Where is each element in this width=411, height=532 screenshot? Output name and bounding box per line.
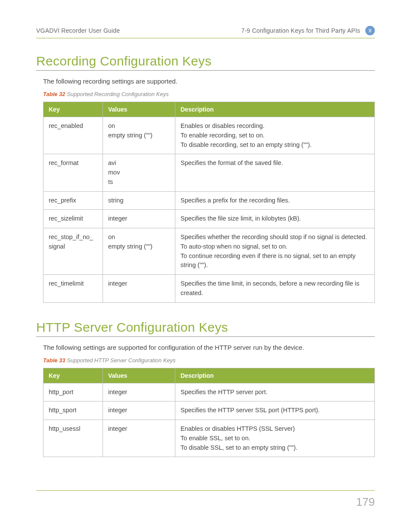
value-line: empty string ("") bbox=[108, 242, 170, 252]
value-line: on bbox=[108, 121, 170, 131]
page-header: VGADVI Recorder User Guide 7-9 Configura… bbox=[36, 26, 375, 38]
desc-line: Specifies whether the recording should s… bbox=[181, 233, 369, 242]
footer-divider bbox=[36, 490, 375, 491]
desc-line: Specifies the format of the saved file. bbox=[181, 159, 369, 168]
table-row: rec_enabledonempty string ("")Enables or… bbox=[44, 117, 375, 154]
section-title-recording: Recording Configuration Keys bbox=[36, 54, 375, 71]
value-line: integer bbox=[108, 388, 170, 397]
table-row: http_portintegerSpecifies the HTTP serve… bbox=[44, 383, 375, 401]
cell-key: rec_sizelimit bbox=[44, 210, 103, 228]
table-row: rec_stop_if_no_signalonempty string ("")… bbox=[44, 228, 375, 275]
table33-label: Table 33 bbox=[43, 357, 65, 364]
desc-line: Specifies a prefix for the recording fil… bbox=[181, 196, 369, 205]
desc-line: Enables or disables recording. bbox=[181, 121, 369, 131]
desc-line: To disable recording, set to an empty st… bbox=[181, 140, 369, 150]
table-row: rec_timelimitintegerSpecifies the time l… bbox=[44, 275, 375, 303]
table33-desc: Supported HTTP Server Configuration Keys bbox=[67, 357, 175, 364]
desc-line: To continue recording even if there is n… bbox=[181, 252, 369, 271]
table32-header-row: Key Values Description bbox=[44, 102, 375, 117]
cell-values: integer bbox=[103, 275, 175, 303]
col-desc: Description bbox=[175, 102, 375, 117]
value-line: empty string ("") bbox=[108, 131, 170, 140]
cell-desc: Enables or disables HTTPS (SSL Server)To… bbox=[175, 420, 375, 457]
value-line: mov bbox=[108, 168, 170, 177]
table-row: rec_sizelimitintegerSpecifies the file s… bbox=[44, 210, 375, 228]
cell-values: onempty string ("") bbox=[103, 117, 175, 154]
value-line: on bbox=[108, 233, 170, 242]
cell-values: integer bbox=[103, 383, 175, 401]
value-line: integer bbox=[108, 424, 170, 434]
cell-values: integer bbox=[103, 401, 175, 420]
cell-desc: Specifies whether the recording should s… bbox=[175, 228, 375, 275]
section1-intro: The following recording settings are sup… bbox=[43, 78, 375, 85]
brand-badge-icon bbox=[365, 26, 375, 35]
cell-values: onempty string ("") bbox=[103, 228, 175, 275]
section-title-http: HTTP Server Configuration Keys bbox=[36, 320, 375, 337]
desc-line: To enable SSL, set to on. bbox=[181, 434, 369, 443]
cell-key: http_port bbox=[44, 383, 103, 401]
desc-line: To disable SSL, set to an empty string (… bbox=[181, 443, 369, 453]
cell-key: rec_prefix bbox=[44, 191, 103, 210]
col-desc: Description bbox=[175, 368, 375, 383]
desc-line: To auto-stop when no signal, set to on. bbox=[181, 242, 369, 252]
cell-values: avimovts bbox=[103, 154, 175, 191]
value-line: avi bbox=[108, 159, 170, 168]
value-line: ts bbox=[108, 177, 170, 187]
cell-key: rec_format bbox=[44, 154, 103, 191]
table33-caption: Table 33 Supported HTTP Server Configura… bbox=[43, 357, 375, 364]
table-row: http_usesslintegerEnables or disables HT… bbox=[44, 420, 375, 457]
col-values: Values bbox=[103, 102, 175, 117]
value-line: integer bbox=[108, 279, 170, 289]
desc-line: To enable recording, set to on. bbox=[181, 131, 369, 140]
table32-desc: Supported Recording Configuration Keys bbox=[67, 91, 168, 97]
desc-line: Specifies the HTTP server SSL port (HTTP… bbox=[181, 406, 369, 415]
cell-key: rec_stop_if_no_signal bbox=[44, 228, 103, 275]
table32-label: Table 32 bbox=[43, 91, 65, 97]
cell-values: integer bbox=[103, 420, 175, 457]
cell-key: http_usessl bbox=[44, 420, 103, 457]
desc-line: Specifies the file size limit, in kiloby… bbox=[181, 214, 369, 224]
header-right: 7-9 Configuration Keys for Third Party A… bbox=[241, 27, 360, 34]
cell-key: rec_enabled bbox=[44, 117, 103, 154]
table33-header-row: Key Values Description bbox=[44, 368, 375, 383]
header-left: VGADVI Recorder User Guide bbox=[36, 27, 120, 34]
desc-line: Specifies the HTTP server port. bbox=[181, 388, 369, 397]
table-row: rec_prefixstringSpecifies a prefix for t… bbox=[44, 191, 375, 210]
cell-desc: Specifies the format of the saved file. bbox=[175, 154, 375, 191]
value-line: integer bbox=[108, 214, 170, 224]
desc-line: Enables or disables HTTPS (SSL Server) bbox=[181, 424, 369, 434]
cell-desc: Enables or disables recording.To enable … bbox=[175, 117, 375, 154]
table32: Key Values Description rec_enabledonempt… bbox=[43, 102, 375, 303]
cell-key: http_sport bbox=[44, 401, 103, 420]
value-line: integer bbox=[108, 406, 170, 415]
desc-line: Specifies the time limit, in seconds, be… bbox=[181, 279, 369, 298]
table-row: rec_formatavimovtsSpecifies the format o… bbox=[44, 154, 375, 191]
section2-intro: The following settings are supported for… bbox=[43, 344, 375, 351]
table32-caption: Table 32 Supported Recording Configurati… bbox=[43, 91, 375, 97]
cell-desc: Specifies a prefix for the recording fil… bbox=[175, 191, 375, 210]
cell-desc: Specifies the file size limit, in kiloby… bbox=[175, 210, 375, 228]
col-key: Key bbox=[44, 368, 103, 383]
cell-values: integer bbox=[103, 210, 175, 228]
cell-values: string bbox=[103, 191, 175, 210]
table-row: http_sportintegerSpecifies the HTTP serv… bbox=[44, 401, 375, 420]
col-values: Values bbox=[103, 368, 175, 383]
col-key: Key bbox=[44, 102, 103, 117]
cell-key: rec_timelimit bbox=[44, 275, 103, 303]
page-number: 179 bbox=[356, 495, 375, 509]
cell-desc: Specifies the HTTP server SSL port (HTTP… bbox=[175, 401, 375, 420]
table33: Key Values Description http_portintegerS… bbox=[43, 368, 375, 457]
header-right-wrap: 7-9 Configuration Keys for Third Party A… bbox=[241, 26, 375, 35]
cell-desc: Specifies the time limit, in seconds, be… bbox=[175, 275, 375, 303]
value-line: string bbox=[108, 196, 170, 205]
cell-desc: Specifies the HTTP server port. bbox=[175, 383, 375, 401]
